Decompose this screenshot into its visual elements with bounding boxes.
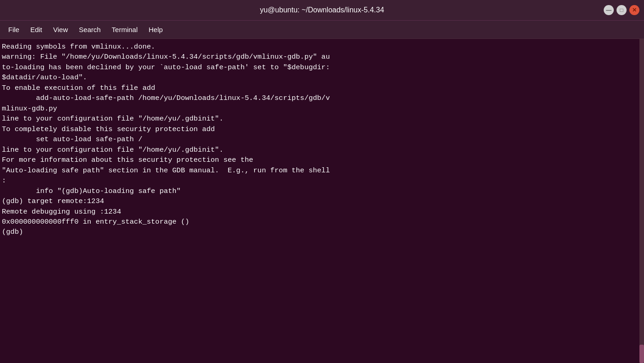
menu-terminal[interactable]: Terminal xyxy=(107,23,142,36)
menu-help[interactable]: Help xyxy=(144,23,168,36)
scrollbar-thumb[interactable] xyxy=(639,345,644,363)
maximize-icon: □ xyxy=(620,7,623,13)
menu-view[interactable]: View xyxy=(49,23,72,36)
terminal-window: yu@ubuntu: ~/Downloads/linux-5.4.34 — □ … xyxy=(0,0,644,363)
minimize-icon: — xyxy=(606,7,611,13)
scrollbar[interactable] xyxy=(639,39,644,363)
window-controls: — □ ✕ xyxy=(604,5,639,15)
menu-edit[interactable]: Edit xyxy=(26,23,47,36)
menubar: File Edit View Search Terminal Help xyxy=(0,21,644,39)
titlebar: yu@ubuntu: ~/Downloads/linux-5.4.34 — □ … xyxy=(0,0,644,21)
close-button[interactable]: ✕ xyxy=(629,5,639,15)
menu-file[interactable]: File xyxy=(4,23,24,36)
window-title: yu@ubuntu: ~/Downloads/linux-5.4.34 xyxy=(260,6,384,14)
close-icon: ✕ xyxy=(632,7,637,13)
minimize-button[interactable]: — xyxy=(604,5,614,15)
terminal-body[interactable]: Reading symbols from vmlinux...done. war… xyxy=(0,39,644,363)
menu-search[interactable]: Search xyxy=(74,23,105,36)
terminal-output: Reading symbols from vmlinux...done. war… xyxy=(2,42,642,237)
maximize-button[interactable]: □ xyxy=(617,5,627,15)
